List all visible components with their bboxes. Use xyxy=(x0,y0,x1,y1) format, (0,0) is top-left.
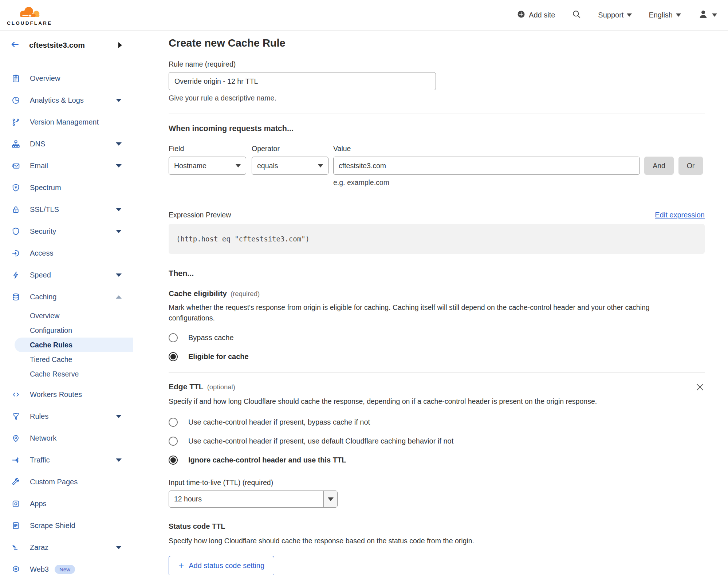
divider xyxy=(169,114,705,114)
search-icon xyxy=(572,9,581,21)
padlock-icon xyxy=(11,205,20,214)
sidebar-item-apps[interactable]: Apps xyxy=(0,493,133,515)
language-menu[interactable]: English xyxy=(649,11,681,19)
sidebar-item-email[interactable]: Email xyxy=(0,155,133,177)
sidebar-item-web3[interactable]: Web3 New xyxy=(0,558,133,575)
chevron-down-icon xyxy=(116,458,122,462)
select-arrow-button[interactable] xyxy=(323,491,337,507)
sidebar-nav: Overview Analytics & Logs Version Manage… xyxy=(0,60,133,575)
sidebar-item-access[interactable]: Access xyxy=(0,242,133,264)
account-menu[interactable] xyxy=(698,9,717,21)
add-site-button[interactable]: Add site xyxy=(517,10,555,20)
or-button[interactable]: Or xyxy=(678,157,703,175)
sidebar-subitem-caching-overview[interactable]: Overview xyxy=(0,308,133,323)
value-help: e.g. example.com xyxy=(333,178,640,187)
chevron-down-icon xyxy=(116,208,122,211)
sidebar-item-zaraz[interactable]: Zaraz xyxy=(0,536,133,558)
ttl-input-label: Input time-to-live (TTL) (required) xyxy=(169,478,705,487)
location-pin-icon xyxy=(11,434,20,443)
sidebar-subitem-cache-reserve[interactable]: Cache Reserve xyxy=(0,367,133,381)
radio-cache-control-bypass[interactable]: Use cache-control header if present, byp… xyxy=(169,418,705,427)
radio-ignore-cache-control[interactable]: Ignore cache-control header and use this… xyxy=(169,456,705,465)
ttl-select[interactable]: 12 hours xyxy=(169,491,338,508)
radio-button-selected[interactable] xyxy=(169,352,178,361)
sidebar-item-scrape-shield[interactable]: Scrape Shield xyxy=(0,515,133,536)
sidebar-item-analytics-logs[interactable]: Analytics & Logs xyxy=(0,89,133,111)
sidebar-item-dns[interactable]: DNS xyxy=(0,133,133,155)
chevron-down-icon xyxy=(627,13,632,17)
field-select[interactable]: Hostname xyxy=(169,157,246,175)
status-code-ttl-description: Specify how long Cloudflare should cache… xyxy=(169,536,705,546)
sidebar-item-speed[interactable]: Speed xyxy=(0,264,133,286)
sidebar-item-workers-routes[interactable]: Workers Routes xyxy=(0,383,133,405)
radio-button[interactable] xyxy=(169,437,178,446)
expression-preview-label: Expression Preview xyxy=(169,211,231,219)
chevron-right-icon[interactable] xyxy=(118,42,122,48)
radio-bypass-cache[interactable]: Bypass cache xyxy=(169,333,705,342)
sidebar-subitem-cache-rules[interactable]: Cache Rules xyxy=(15,338,133,352)
page-title: Create new Cache Rule xyxy=(169,37,705,49)
sidebar-subitem-configuration[interactable]: Configuration xyxy=(0,323,133,338)
chevron-up-icon xyxy=(116,295,122,299)
back-arrow-icon[interactable] xyxy=(9,40,20,51)
close-icon[interactable] xyxy=(695,382,705,392)
sitemap-icon xyxy=(11,139,20,149)
sidebar-subitem-tiered-cache[interactable]: Tiered Cache xyxy=(0,352,133,367)
sidebar-item-overview[interactable]: Overview xyxy=(0,67,133,89)
chevron-down-icon xyxy=(236,164,241,168)
chevron-down-icon xyxy=(116,546,122,549)
divider xyxy=(169,373,705,373)
add-status-code-setting-button[interactable]: + Add status code setting xyxy=(169,556,274,575)
support-menu[interactable]: Support xyxy=(598,11,632,19)
value-input[interactable] xyxy=(333,157,640,175)
chevron-down-icon xyxy=(712,13,717,17)
and-button[interactable]: And xyxy=(644,157,674,175)
match-builder-row: Field Hostname Operator equals Value e.g… xyxy=(169,145,705,187)
support-label: Support xyxy=(598,11,623,19)
radio-cache-control-default[interactable]: Use cache-control header if present, use… xyxy=(169,437,705,446)
edge-ttl-heading-row: Edge TTL (optional) xyxy=(169,382,705,392)
operator-select[interactable]: equals xyxy=(252,157,328,175)
git-branch-icon xyxy=(11,118,20,127)
site-selector[interactable]: cftestsite3.com xyxy=(0,31,133,60)
required-tag: (required) xyxy=(231,290,260,298)
user-icon xyxy=(698,9,709,21)
rule-name-input[interactable] xyxy=(169,72,436,90)
radio-button[interactable] xyxy=(169,418,178,427)
chevron-down-icon xyxy=(116,415,122,418)
then-heading: Then... xyxy=(169,269,705,278)
chevron-down-icon xyxy=(116,230,122,233)
code-brackets-icon xyxy=(11,390,20,399)
sidebar-item-traffic[interactable]: Traffic xyxy=(0,449,133,471)
sidebar-item-rules[interactable]: Rules xyxy=(0,405,133,427)
cloudflare-logo[interactable]: CLOUDFLARE xyxy=(6,4,53,26)
radio-button-selected[interactable] xyxy=(169,456,178,465)
sidebar-item-spectrum[interactable]: Spectrum xyxy=(0,177,133,198)
document-lines-icon xyxy=(11,521,20,530)
cloudflare-wordmark: CLOUDFLARE xyxy=(7,20,52,26)
pie-chart-icon xyxy=(11,96,20,105)
login-arrow-icon xyxy=(11,249,20,258)
plus-icon: + xyxy=(178,561,184,570)
chevron-down-icon xyxy=(116,273,122,277)
sidebar-item-custom-pages[interactable]: Custom Pages xyxy=(0,471,133,493)
radio-eligible-for-cache[interactable]: Eligible for cache xyxy=(169,352,705,361)
sidebar-item-network[interactable]: Network xyxy=(0,427,133,449)
sidebar-item-version-management[interactable]: Version Management xyxy=(0,111,133,133)
search-button[interactable] xyxy=(572,9,581,21)
chevron-down-icon xyxy=(676,13,681,17)
shield-icon xyxy=(11,227,20,236)
optional-tag: (optional) xyxy=(207,383,235,391)
sidebar-item-caching[interactable]: Caching xyxy=(0,286,133,308)
caching-submenu: Overview Configuration Cache Rules Tiere… xyxy=(0,308,133,381)
sidebar-item-security[interactable]: Security xyxy=(0,220,133,242)
expression-code: (http.host eq "cftestsite3.com") xyxy=(176,235,310,243)
edit-expression-link[interactable]: Edit expression xyxy=(655,211,705,219)
cache-eligibility-heading: Cache eligibility xyxy=(169,289,227,298)
sidebar-item-ssl-tls[interactable]: SSL/TLS xyxy=(0,198,133,220)
radio-button[interactable] xyxy=(169,333,178,342)
chevron-down-icon xyxy=(328,497,334,501)
chevron-down-icon xyxy=(318,164,323,168)
funnel-icon xyxy=(11,412,20,421)
site-name: cftestsite3.com xyxy=(29,41,85,50)
